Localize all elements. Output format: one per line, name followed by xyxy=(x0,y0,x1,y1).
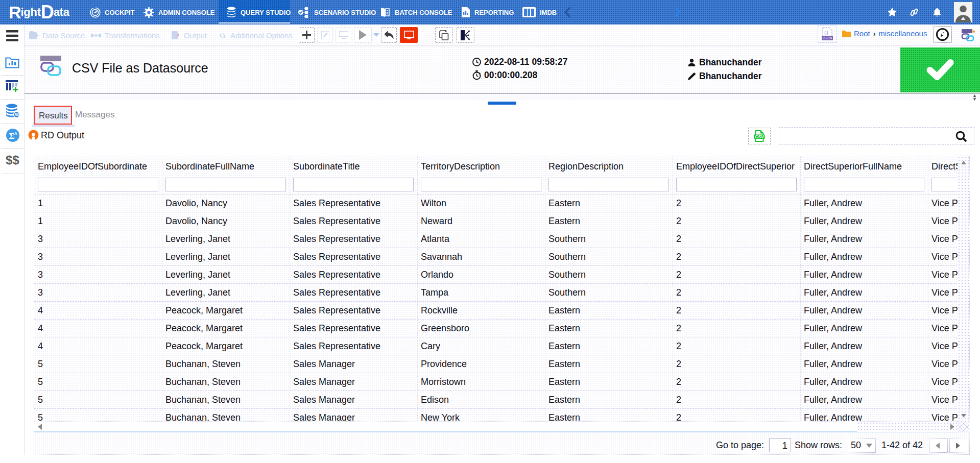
svg-text:RD: RD xyxy=(15,113,20,116)
svg-text:{:}: {:} xyxy=(824,30,828,35)
svg-text:A: A xyxy=(14,131,17,136)
svg-text:CSV: CSV xyxy=(755,134,764,139)
svg-text:Σ: Σ xyxy=(9,131,15,141)
svg-text:JSON: JSON xyxy=(822,36,832,40)
